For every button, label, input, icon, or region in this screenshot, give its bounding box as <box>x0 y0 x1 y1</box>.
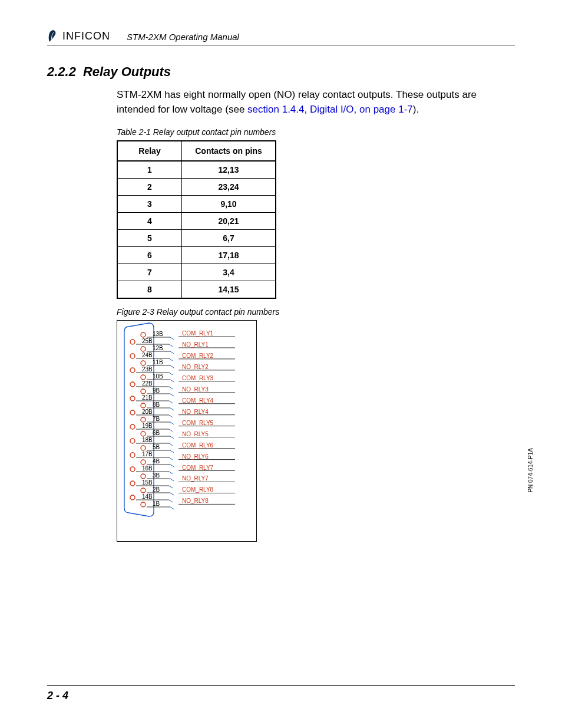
brand-logo: INFICON <box>47 29 110 42</box>
cell-pins: 12,13 <box>182 161 276 179</box>
signal-label: COM_RLY6 <box>182 442 214 449</box>
signal-label: NO_RLY6 <box>182 453 209 460</box>
page-number: 2 - 4 <box>47 690 68 702</box>
connector-svg: 13B12B11B10B9B8B7B6B5B4B3B2B1B25B24B23B2… <box>117 321 256 541</box>
svg-point-9 <box>141 375 146 380</box>
pin-label: 20B <box>142 409 153 415</box>
svg-point-63 <box>130 453 135 457</box>
svg-point-3 <box>141 347 146 351</box>
svg-line-44 <box>169 358 173 361</box>
pin-label: 13B <box>153 331 163 337</box>
table-row: 420,21 <box>117 213 276 230</box>
cell-relay: 2 <box>117 179 182 196</box>
svg-line-59 <box>169 429 173 431</box>
svg-point-6 <box>141 361 146 365</box>
svg-point-48 <box>130 382 135 387</box>
cross-ref-link[interactable]: section 1.4.4, Digital I/O, on page 1-7 <box>247 104 413 115</box>
pin-label: 5B <box>153 444 160 450</box>
svg-line-62 <box>169 443 173 446</box>
cell-relay: 1 <box>117 161 182 179</box>
signal-label: NO_RLY3 <box>182 386 209 393</box>
svg-line-50 <box>169 387 173 389</box>
svg-point-36 <box>141 502 146 507</box>
svg-line-8 <box>170 365 174 368</box>
pin-label: 23B <box>142 366 153 373</box>
logo-text: INFICON <box>62 30 110 42</box>
table-row: 617,18 <box>117 247 276 264</box>
cell-pins: 17,18 <box>182 247 276 264</box>
svg-point-39 <box>130 340 135 344</box>
pin-label: 10B <box>153 373 163 380</box>
pin-label: 8B <box>153 401 160 408</box>
manual-title: STM-2XM Operating Manual <box>127 32 239 42</box>
pin-label: 18B <box>142 437 153 443</box>
page-header: INFICON STM-2XM Operating Manual <box>47 29 515 45</box>
svg-line-53 <box>169 401 173 403</box>
svg-point-54 <box>130 410 135 415</box>
svg-line-35 <box>170 493 174 495</box>
signal-label: NO_RLY5 <box>182 431 209 437</box>
svg-line-26 <box>170 450 174 453</box>
signal-label: NO_RLY1 <box>182 341 209 348</box>
figure-caption: Figure 2-3 Relay output contact pin numb… <box>117 307 515 317</box>
pin-label: 9B <box>153 387 160 394</box>
svg-point-21 <box>141 431 146 436</box>
signal-label: COM_RLY7 <box>182 465 214 471</box>
signal-label: NO_RLY7 <box>182 476 209 482</box>
cell-relay: 7 <box>117 264 182 281</box>
svg-line-17 <box>170 408 174 410</box>
signal-label: NO_RLY8 <box>182 498 209 505</box>
svg-line-38 <box>170 507 174 509</box>
pin-label: 11B <box>153 359 163 365</box>
pin-label: 14B <box>142 493 153 500</box>
section-title: Relay Outputs <box>83 64 171 80</box>
pin-label: 12B <box>153 345 163 351</box>
svg-line-5 <box>170 351 174 354</box>
svg-line-65 <box>169 457 173 460</box>
svg-point-33 <box>141 488 146 493</box>
col-header-pins: Contacts on pins <box>182 141 276 161</box>
cell-pins: 3,4 <box>182 264 276 281</box>
signal-label: COM_RLY4 <box>182 397 214 404</box>
pin-label: 21B <box>142 394 153 401</box>
signal-label: COM_RLY8 <box>182 487 214 493</box>
cell-relay: 4 <box>117 213 182 230</box>
pin-label: 1B <box>153 500 160 507</box>
svg-point-15 <box>141 403 146 408</box>
pin-label: 4B <box>153 458 160 465</box>
table-row: 73,4 <box>117 264 276 281</box>
pin-label: 25B <box>142 338 153 344</box>
cell-pins: 6,7 <box>182 230 276 247</box>
svg-line-56 <box>169 415 173 417</box>
para-post: ). <box>413 104 419 115</box>
svg-point-57 <box>130 424 135 429</box>
part-number: PN 074-614-P1A <box>527 448 534 493</box>
signal-label: COM_RLY1 <box>182 330 214 337</box>
table-row: 814,15 <box>117 281 276 299</box>
table-caption: Table 2-1 Relay output contact pin numbe… <box>117 127 515 137</box>
table-row: 39,10 <box>117 196 276 213</box>
svg-point-30 <box>141 474 146 479</box>
svg-line-20 <box>170 422 174 424</box>
signal-label: NO_RLY2 <box>182 364 209 370</box>
svg-point-0 <box>141 332 146 337</box>
svg-point-69 <box>130 481 135 486</box>
svg-point-60 <box>130 439 135 443</box>
cell-relay: 5 <box>117 230 182 247</box>
svg-line-2 <box>170 337 174 340</box>
svg-point-45 <box>130 368 135 373</box>
intro-paragraph: STM-2XM has eight normally open (NO) rel… <box>117 88 494 117</box>
svg-point-24 <box>141 446 146 450</box>
svg-line-23 <box>170 436 174 439</box>
svg-line-68 <box>169 472 173 474</box>
svg-line-32 <box>170 479 174 481</box>
section-heading: 2.2.2 Relay Outputs <box>47 64 515 80</box>
footer-rule <box>47 685 515 686</box>
logo-icon <box>47 29 59 42</box>
table-row: 56,7 <box>117 230 276 247</box>
pin-label: 19B <box>142 423 153 429</box>
cell-pins: 9,10 <box>182 196 276 213</box>
pin-label: 22B <box>142 380 153 387</box>
cell-pins: 20,21 <box>182 213 276 230</box>
pin-label: 2B <box>153 486 160 493</box>
